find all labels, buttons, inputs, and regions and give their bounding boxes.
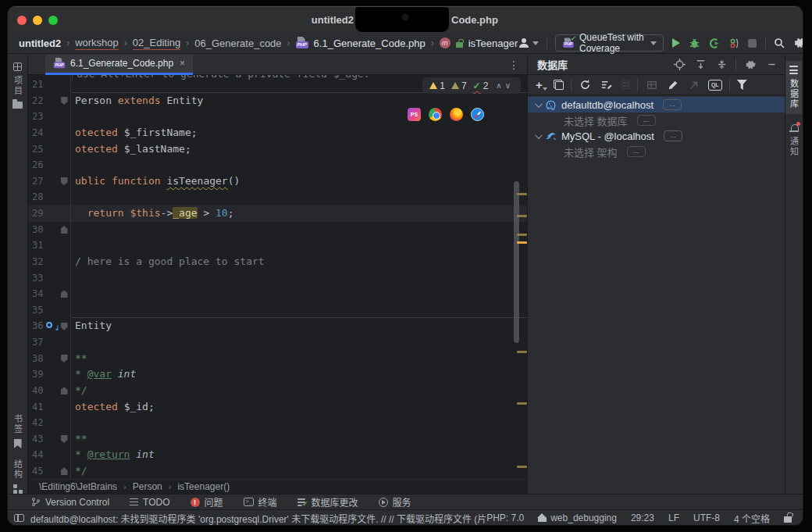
collapse-all-icon[interactable]	[714, 58, 728, 72]
code-with-me-user-icon[interactable]	[518, 36, 539, 50]
php-version-widget[interactable]: PHP: 7.0	[486, 512, 524, 523]
sidebar-item-bookmarks[interactable]: 书签	[12, 414, 24, 434]
code-line-36[interactable]: 36↓Entity	[28, 318, 527, 334]
code-line-35[interactable]: 35	[28, 302, 527, 319]
fold-marker-icon[interactable]	[58, 383, 70, 399]
structure-icon[interactable]	[13, 484, 23, 494]
run-button[interactable]	[671, 36, 681, 50]
caret-position-widget[interactable]: 29:23	[631, 512, 654, 523]
run-with-coverage-button[interactable]	[708, 36, 720, 50]
titlebar[interactable]: untitled2 Code.php	[8, 7, 803, 33]
tab-options-kebab-icon[interactable]: ⋮	[508, 59, 519, 71]
safari-browser-icon[interactable]	[471, 108, 484, 121]
chrome-browser-icon[interactable]	[429, 108, 442, 121]
tab-generate-code-php[interactable]: PHP 6.1_Generate_Code.php ×	[45, 55, 193, 75]
breadcrumb-method[interactable]: isTeenager	[468, 37, 518, 49]
warning-stripe-mark[interactable]	[517, 402, 527, 405]
code-line-41[interactable]: 41otected $_id;	[28, 399, 527, 416]
edit-pencil-icon[interactable]	[666, 78, 680, 92]
breadcrumb-file[interactable]: 6.1_Generate_Code.php	[314, 37, 426, 49]
warnings-weak[interactable]: 7	[451, 80, 467, 91]
line-separator-widget[interactable]: LF	[668, 512, 679, 523]
fold-marker-icon[interactable]	[58, 431, 70, 448]
search-everywhere-icon[interactable]	[773, 36, 785, 50]
phpstorm-browser-icon[interactable]: PS	[408, 108, 421, 121]
breadcrumb-method[interactable]: isTeenager()	[177, 481, 230, 492]
passed-inspections[interactable]: ✓2	[473, 80, 489, 91]
debug-button[interactable]	[689, 36, 700, 50]
code-line-38[interactable]: 38**	[28, 351, 527, 367]
warning-stripe-mark[interactable]	[517, 351, 527, 353]
indent-widget[interactable]: 4 个空格	[734, 512, 770, 525]
fold-marker-icon[interactable]	[58, 463, 70, 479]
panel-settings-gear-icon[interactable]	[743, 58, 757, 72]
expand-all-icon[interactable]	[693, 58, 707, 72]
sidebar-item-notifications[interactable]: 通知	[785, 119, 802, 162]
breadcrumb-namespace[interactable]: \Editing6\JetBrains	[39, 481, 117, 492]
tool-window-terminal[interactable]: >_ 终端	[244, 495, 277, 509]
tool-window-version-control[interactable]: Version Control	[31, 497, 109, 508]
code-line-39[interactable]: 39* @var int	[28, 366, 527, 383]
chevron-down-icon[interactable]	[535, 100, 543, 108]
fold-marker-icon[interactable]	[58, 351, 70, 367]
minimize-window-button[interactable]	[33, 16, 42, 25]
code-line-27[interactable]: 27ublic function isTeenager()	[28, 173, 527, 190]
tool-window-problems[interactable]: ! 问题	[191, 495, 223, 509]
zoom-window-button[interactable]	[48, 16, 58, 25]
tree-row-mysql[interactable]: MySQL - @localhost ...	[528, 128, 785, 144]
tool-window-todo[interactable]: TODO	[130, 497, 169, 508]
code-line-40[interactable]: 40*/	[28, 383, 527, 399]
code-line-29[interactable]: 29 return $this->_age > 10;	[28, 205, 527, 222]
data-source-properties-icon[interactable]	[600, 78, 614, 92]
fold-marker-icon[interactable]	[58, 93, 70, 109]
stop-button[interactable]	[747, 36, 757, 50]
refresh-icon[interactable]	[579, 78, 593, 92]
deployment-widget[interactable]: web_debugging	[538, 512, 617, 523]
editor-scrollbar[interactable]	[514, 181, 519, 343]
folder-icon[interactable]	[12, 102, 23, 109]
breadcrumb-06-generate-code[interactable]: 06_Generate_code	[194, 37, 281, 49]
query-console-icon[interactable]: QL	[708, 80, 722, 91]
encoding-widget[interactable]: UTF-8	[693, 512, 720, 523]
breadcrumb-02-editing[interactable]: 02_Editing	[133, 37, 180, 50]
fold-marker-icon[interactable]	[58, 222, 70, 238]
code-line-45[interactable]: 45*/	[28, 463, 527, 479]
overridden-gutter-icon[interactable]: ↓	[45, 318, 58, 334]
add-data-source-icon[interactable]: +	[536, 80, 543, 91]
chevron-down-icon[interactable]	[535, 131, 543, 139]
warning-stripe-mark[interactable]	[517, 193, 527, 195]
code-line-30[interactable]: 30	[28, 222, 527, 238]
locate-icon[interactable]	[672, 58, 686, 72]
project-grid-icon[interactable]	[13, 62, 22, 71]
warning-stripe-mark[interactable]	[517, 234, 527, 236]
tree-row-no-schema-selected[interactable]: 未选择 架构 ...	[528, 144, 785, 159]
code-line-34[interactable]: 34	[28, 286, 527, 302]
inspections-widget[interactable]: 1 7 ✓2 ∧∨	[422, 77, 521, 94]
filter-funnel-icon[interactable]	[737, 80, 747, 90]
code-line-44[interactable]: 44* @return int	[28, 447, 527, 463]
download-driver-link[interactable]: 下载驱动程序文件	[397, 514, 472, 525]
more-button[interactable]: ...	[664, 130, 682, 141]
duplicate-icon[interactable]	[554, 80, 564, 90]
sidebar-item-project[interactable]: 项目	[12, 76, 24, 96]
code-line-42[interactable]: 42	[28, 415, 527, 431]
close-window-button[interactable]	[17, 16, 27, 25]
code-line-22[interactable]: 22Person extends Entity	[28, 93, 527, 109]
code-line-33[interactable]: 33	[28, 270, 527, 287]
tool-window-services[interactable]: 服务	[379, 495, 411, 509]
bookmark-icon[interactable]	[14, 439, 22, 448]
unlock-icon[interactable]	[784, 516, 792, 523]
code-line-37[interactable]: 37	[28, 334, 527, 351]
code-line-25[interactable]: 25otected $_lastName;	[28, 141, 527, 158]
settings-gear-icon[interactable]	[793, 36, 803, 50]
close-tab-icon[interactable]: ×	[180, 58, 185, 69]
firefox-browser-icon[interactable]	[450, 108, 463, 121]
sidebar-item-structure[interactable]: 结构	[12, 459, 24, 480]
warning-stripe-mark[interactable]	[517, 466, 527, 468]
tool-window-database-changes[interactable]: ✓ 数据库更改	[297, 495, 358, 509]
more-button[interactable]: ...	[627, 146, 646, 157]
hide-panel-icon[interactable]	[764, 58, 778, 72]
tree-row-defaultdb[interactable]: defaultdb@localhost ...	[528, 97, 785, 112]
code-editor[interactable]: use Alt+Enter to generate a private fiel…	[28, 75, 527, 479]
code-line-43[interactable]: 43**	[28, 431, 527, 448]
